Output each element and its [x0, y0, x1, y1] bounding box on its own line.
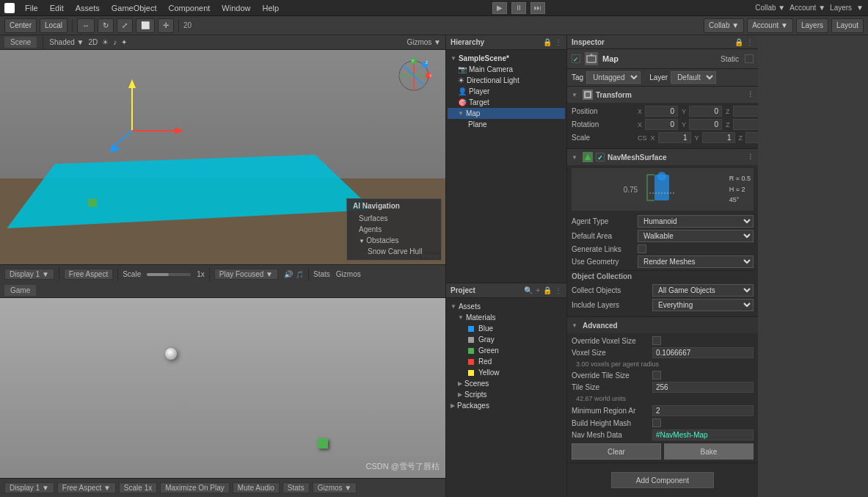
- hierarchy-main-camera[interactable]: 📷 Main Camera: [448, 64, 565, 75]
- project-search-icon[interactable]: 🔍: [524, 286, 533, 294]
- play-button[interactable]: ▶: [492, 2, 507, 14]
- layout-toolbar-button[interactable]: Layout: [831, 18, 864, 33]
- navmesh-header[interactable]: ▼ NavMeshSurface ⋮: [567, 149, 758, 165]
- aspect-dropdown[interactable]: Free Aspect: [64, 269, 113, 280]
- hierarchy-map[interactable]: ▼ Map: [448, 108, 565, 119]
- menu-gameobject[interactable]: GameObject: [109, 4, 160, 12]
- project-add-icon[interactable]: +: [536, 286, 540, 294]
- stats-button[interactable]: Stats: [313, 270, 330, 278]
- display-dropdown[interactable]: Display 1 ▼: [4, 269, 54, 280]
- scene-tab[interactable]: Scene: [4, 37, 37, 48]
- tile-size-input[interactable]: [652, 382, 754, 393]
- override-voxel-checkbox[interactable]: [652, 336, 661, 345]
- project-material-blue[interactable]: Blue: [448, 323, 565, 334]
- advanced-header[interactable]: ▼ Advanced: [567, 317, 758, 333]
- min-region-input[interactable]: [652, 405, 754, 416]
- hierarchy-player[interactable]: 👤 Player: [448, 86, 565, 97]
- ai-navigation-overlay[interactable]: AI Navigation Surfaces Agents Obstacles …: [346, 198, 442, 261]
- transform-header[interactable]: ▼ Transform ⋮: [567, 87, 758, 103]
- project-assets-root[interactable]: ▼ Assets: [448, 301, 565, 312]
- project-packages-folder[interactable]: ▶ Packages: [448, 400, 565, 411]
- menu-window[interactable]: Window: [219, 4, 253, 12]
- scale-tool[interactable]: ⤢: [117, 18, 133, 33]
- hierarchy-more-icon[interactable]: ⋮: [555, 38, 562, 46]
- scale-y[interactable]: [702, 132, 735, 143]
- bake-button[interactable]: Bake: [664, 443, 754, 460]
- transform-options[interactable]: ⋮: [747, 91, 754, 98]
- scale-x[interactable]: [658, 132, 691, 143]
- clear-button[interactable]: Clear: [572, 443, 661, 460]
- 2d-toggle[interactable]: 2D: [89, 38, 98, 46]
- hierarchy-plane[interactable]: Plane: [448, 119, 565, 130]
- game-mute-button[interactable]: Mute Audio: [233, 482, 280, 493]
- ai-nav-snow[interactable]: Snow Carve Hull: [353, 246, 435, 257]
- game-scale-dropdown[interactable]: Scale 1x: [119, 482, 157, 493]
- ai-nav-title[interactable]: AI Navigation: [353, 202, 435, 210]
- account-toolbar-button[interactable]: Account ▼: [747, 18, 793, 33]
- inspector-lock-icon[interactable]: 🔒: [734, 38, 743, 46]
- collab-button[interactable]: Collab ▼: [755, 4, 785, 12]
- game-stats-button[interactable]: Stats: [282, 482, 310, 493]
- project-more-icon[interactable]: ⋮: [555, 286, 562, 294]
- project-material-yellow[interactable]: Yellow: [448, 367, 565, 378]
- ai-nav-surfaces[interactable]: Surfaces: [353, 213, 435, 224]
- hierarchy-scene-root[interactable]: ▼ SampleScene*: [448, 53, 565, 64]
- include-layers-select[interactable]: Everything: [652, 299, 754, 311]
- use-geometry-select[interactable]: Render Meshes: [638, 255, 754, 268]
- hierarchy-directional-light[interactable]: ☀ Directional Light: [448, 75, 565, 86]
- effects-toggle[interactable]: ✦: [121, 38, 127, 46]
- menu-help[interactable]: Help: [259, 4, 282, 12]
- position-y[interactable]: [689, 106, 722, 117]
- transform-tool[interactable]: ✛: [158, 18, 174, 33]
- ai-nav-agents[interactable]: Agents: [353, 224, 435, 235]
- layer-dropdown[interactable]: Default: [671, 71, 716, 84]
- build-height-checkbox[interactable]: [652, 418, 661, 427]
- generate-links-checkbox[interactable]: [638, 244, 646, 253]
- rotation-z[interactable]: [733, 119, 758, 130]
- gizmos-dropdown[interactable]: Gizmos ▼: [406, 38, 441, 46]
- scale-z[interactable]: [745, 132, 758, 143]
- game-tab[interactable]: Game: [4, 285, 36, 296]
- position-z[interactable]: [733, 106, 758, 117]
- rotate-tool[interactable]: ↻: [98, 18, 114, 33]
- layers-toolbar-button[interactable]: Layers: [796, 18, 828, 33]
- game-display-dropdown[interactable]: Display 1 ▼: [4, 482, 54, 493]
- game-maximize-button[interactable]: Maximize On Play: [160, 482, 230, 493]
- navmesh-active-checkbox[interactable]: [596, 153, 605, 162]
- layers-button[interactable]: Layers: [830, 4, 852, 12]
- collect-objects-select[interactable]: All Game Objects: [652, 284, 754, 297]
- rotation-y[interactable]: [689, 119, 722, 130]
- pause-button[interactable]: ⏸: [511, 2, 526, 14]
- inspector-more-icon[interactable]: ⋮: [746, 38, 754, 46]
- menu-file[interactable]: File: [22, 4, 41, 12]
- collab-toolbar-button[interactable]: Collab ▼: [704, 18, 744, 33]
- voxel-size-input[interactable]: [652, 347, 754, 358]
- project-lock-icon[interactable]: 🔒: [543, 286, 552, 294]
- nav-mesh-data-value[interactable]: #NavMesh-Map: [652, 429, 754, 440]
- project-material-gray[interactable]: Gray: [448, 334, 565, 345]
- project-materials-folder[interactable]: ▼ Materials: [448, 312, 565, 323]
- project-scripts-folder[interactable]: ▶ Scripts: [448, 389, 565, 400]
- ai-nav-obstacles[interactable]: Obstacles: [353, 235, 435, 246]
- center-pivot-button[interactable]: Center: [4, 18, 37, 33]
- agent-type-select[interactable]: Humanoid: [638, 215, 754, 228]
- lighting-toggle[interactable]: ☀: [102, 38, 109, 46]
- move-tool[interactable]: ↔: [77, 18, 95, 33]
- default-area-select[interactable]: Walkable: [638, 230, 754, 242]
- add-component-button[interactable]: Add Component: [611, 472, 714, 488]
- menu-edit[interactable]: Edit: [47, 4, 67, 12]
- layout-dropdown[interactable]: ▼: [856, 4, 864, 12]
- account-button[interactable]: Account ▼: [789, 4, 825, 12]
- object-active-checkbox[interactable]: [572, 54, 580, 63]
- project-material-green[interactable]: Green: [448, 345, 565, 356]
- scale-slider[interactable]: [147, 273, 191, 276]
- scene-gizmos-button[interactable]: Gizmos: [336, 270, 361, 278]
- game-gizmos-button[interactable]: Gizmos ▼: [313, 482, 357, 493]
- static-checkbox[interactable]: [745, 54, 754, 63]
- menu-assets[interactable]: Assets: [73, 4, 103, 12]
- menu-component[interactable]: Component: [165, 4, 213, 12]
- tag-dropdown[interactable]: Untagged: [586, 71, 641, 84]
- shading-mode[interactable]: Shaded ▼: [49, 38, 84, 46]
- step-button[interactable]: ⏭: [530, 2, 545, 14]
- audio-icon[interactable]: 🔊: [284, 270, 293, 278]
